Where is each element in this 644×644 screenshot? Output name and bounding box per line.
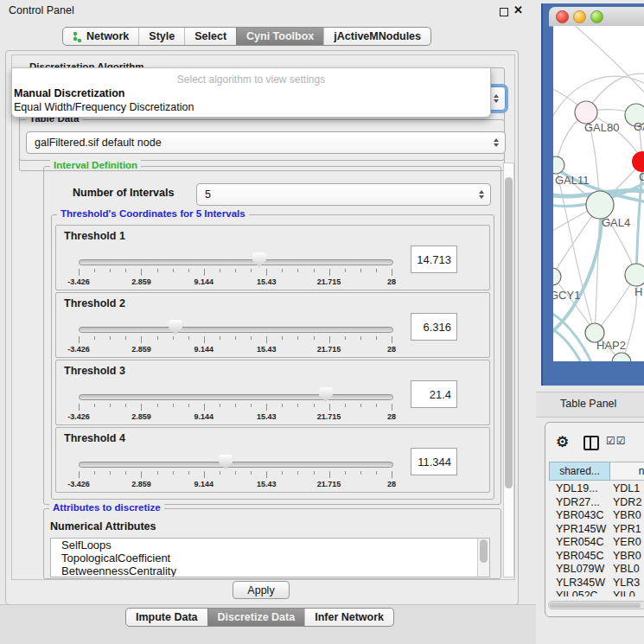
threshold-value-field[interactable]: 14.713 <box>411 245 457 273</box>
slider-track[interactable] <box>79 462 393 468</box>
slider-tick-icon <box>94 269 95 272</box>
slider-tick-icon <box>235 336 236 340</box>
table-row[interactable]: YPR145WYPR1 <box>549 523 644 537</box>
num-intervals-combo[interactable]: 5 <box>196 183 491 206</box>
slider-track[interactable] <box>79 259 393 265</box>
table-header-shared[interactable]: shared... <box>549 462 610 481</box>
threshold-value-field[interactable]: 6.316 <box>411 313 457 341</box>
list-scrollbar-thumb[interactable] <box>480 539 488 563</box>
slider-tick-icon <box>157 336 158 340</box>
tab-label: Discretize Data <box>218 611 296 623</box>
network-edge-highlighted[interactable] <box>553 209 602 335</box>
close-window-button[interactable] <box>556 10 569 23</box>
threshold-label: Threshold 2 <box>64 297 125 309</box>
threshold-value-field[interactable]: 11.344 <box>411 448 457 475</box>
combo-stepper-icon <box>494 94 499 103</box>
tab-impute-data[interactable]: Impute Data <box>126 609 207 626</box>
tab-cyni-toolbox[interactable]: Cyni Toolbox <box>236 28 323 45</box>
slider-tick-icon <box>345 336 346 340</box>
network-node[interactable] <box>553 156 564 174</box>
slider-tick-icon <box>266 471 267 478</box>
close-panel-icon[interactable]: ✕ <box>513 3 523 16</box>
slider-track[interactable] <box>79 327 393 333</box>
network-edge[interactable] <box>556 165 595 333</box>
tick-label: 2.859 <box>122 345 160 354</box>
threshold-box: Threshold 3-3.4262.8599.14415.4321.71528… <box>55 360 490 425</box>
settings-scrollbar-thumb[interactable] <box>505 177 513 488</box>
slider-tick-icon <box>251 471 252 475</box>
slider-tick-icon <box>266 269 267 276</box>
slider-tick-icon <box>125 404 126 407</box>
network-window-titlebar[interactable] <box>549 7 644 27</box>
right-panel: GAL80GACGAL11GAL4GCY1HHAP2 Table Panel ⚙… <box>536 0 644 644</box>
attribute-list-item[interactable]: TopologicalCoefficient <box>51 552 489 564</box>
slider-track[interactable] <box>79 394 393 400</box>
slider-tick-icon <box>220 336 220 340</box>
table-row[interactable]: YBL079WYBL0 <box>549 563 644 577</box>
slider-tick-icon <box>251 269 252 272</box>
column-layout-icon[interactable] <box>583 436 599 450</box>
attribute-list-item[interactable]: BetweennessCentrality <box>51 564 489 577</box>
table-hscrollbar-thumb[interactable] <box>550 603 641 608</box>
tick-label: 15.43 <box>247 277 285 286</box>
network-icon <box>73 31 82 42</box>
gear-icon[interactable]: ⚙ <box>556 433 569 451</box>
threshold-value-field[interactable]: 21.4 <box>411 380 457 408</box>
network-node[interactable] <box>625 264 644 286</box>
num-intervals-value: 5 <box>205 188 211 201</box>
slider-tick-icon <box>157 269 158 272</box>
table-row[interactable]: YDL19...YDL1 <box>549 482 644 496</box>
tick-label: -3.426 <box>60 345 98 354</box>
tick-label: 9.144 <box>185 412 223 421</box>
table-cell: YBR0 <box>613 509 641 521</box>
table-row[interactable]: YER054CYER0 <box>549 536 644 550</box>
network-node[interactable] <box>632 151 644 172</box>
tab-network[interactable]: Network <box>63 28 138 45</box>
table-row[interactable]: YBR045CYBR0 <box>549 550 644 564</box>
network-node[interactable] <box>586 191 614 219</box>
table-hscrollbar[interactable] <box>548 601 644 609</box>
tab-discretize-data[interactable]: Discretize Data <box>207 609 305 626</box>
table-row[interactable]: YDR27...YDR2 <box>549 496 644 510</box>
slider-tick-icon <box>110 269 111 272</box>
tick-label: -3.426 <box>60 412 98 421</box>
algorithm-option[interactable]: Equal Width/Frequency Discretization <box>14 101 194 113</box>
table-row[interactable]: YIL052CYIL0 <box>549 590 644 596</box>
table-cell: YIL052C <box>556 590 598 596</box>
slider-tick-icon <box>110 336 111 340</box>
settings-scrollbar[interactable] <box>503 163 514 577</box>
numerical-attributes-label: Numerical Attributes <box>50 520 156 532</box>
network-graph: GAL80GACGAL11GAL4GCY1HHAP2 <box>553 26 644 361</box>
network-node[interactable] <box>553 268 561 285</box>
table-header-name[interactable]: na <box>610 462 644 481</box>
float-panel-icon[interactable] <box>500 8 508 16</box>
table-cell: YIL0 <box>613 590 635 596</box>
top-tab-bar: NetworkStyleSelectCyni ToolboxjActiveMNo… <box>62 27 431 46</box>
table-row[interactable]: YLR345WYLR3 <box>549 577 644 590</box>
slider-tick-icon <box>251 404 252 407</box>
slider-tick-icon <box>220 404 220 407</box>
slider-tick-icon <box>392 404 392 411</box>
list-scrollbar[interactable] <box>477 539 489 577</box>
algorithm-option[interactable]: Manual Discretization <box>14 87 125 99</box>
network-edge-highlighted[interactable] <box>553 327 581 361</box>
slider-tick-icon <box>188 471 189 475</box>
slider-tick-icon <box>282 336 283 340</box>
tab-jactivemnodules[interactable]: jActiveMNodules <box>323 28 430 45</box>
table-row[interactable]: YBR043CYBR0 <box>549 509 644 523</box>
checkbox-icons[interactable]: ☑☑ <box>606 435 627 447</box>
network-edge[interactable] <box>571 26 644 99</box>
attribute-list-item[interactable]: SelfLoops <box>51 539 489 552</box>
network-edge[interactable] <box>595 205 600 333</box>
minimize-window-button[interactable] <box>573 10 586 23</box>
network-node-label: GAL11 <box>555 174 590 187</box>
tab-select[interactable]: Select <box>184 28 236 45</box>
network-canvas[interactable]: GAL80GACGAL11GAL4GCY1HHAP2 <box>553 26 644 361</box>
slider-tick-icon <box>329 269 330 276</box>
tab-style[interactable]: Style <box>138 28 184 45</box>
apply-button[interactable]: Apply <box>233 581 290 599</box>
slider-tick-icon <box>141 269 142 276</box>
zoom-window-button[interactable] <box>590 10 603 23</box>
table-data-combo[interactable]: galFiltered.sif default node <box>26 131 506 154</box>
tab-infer-network[interactable]: Infer Network <box>304 609 393 626</box>
